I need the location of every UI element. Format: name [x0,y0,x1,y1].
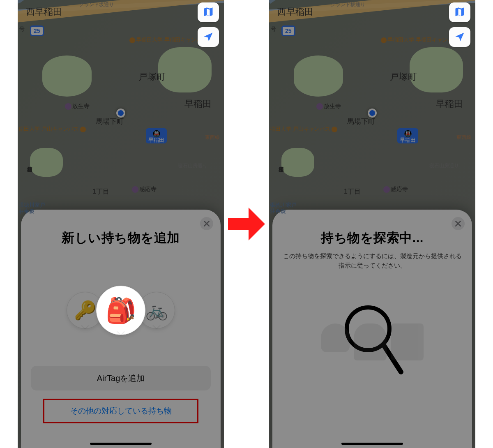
phone-left: 西早稲田 グランド坂通り 25 号 早稲田大学 早稲田キャンパ 戸塚町 放生寺 … [18,0,224,448]
locate-me-button[interactable] [449,27,470,47]
transition-arrow [224,206,269,242]
map-dim-overlay [269,0,475,448]
arrow-right-icon [226,206,267,242]
map-icon [203,7,214,18]
phone-right: 西早稲田 グランド坂通り 25 号 早稲田大学 早稲田キャンパ 戸塚町 放生寺 … [269,0,475,448]
map-mode-button[interactable] [449,2,470,22]
map-icon [454,7,465,18]
map-dim-overlay [18,0,224,448]
locate-me-button[interactable] [198,27,219,47]
backpack-icon: 🎒 [106,296,136,325]
map-mode-button[interactable] [198,2,219,22]
location-arrow-icon [203,31,214,43]
location-arrow-icon [454,31,465,43]
bubble-backpack: 🎒 [96,286,145,335]
